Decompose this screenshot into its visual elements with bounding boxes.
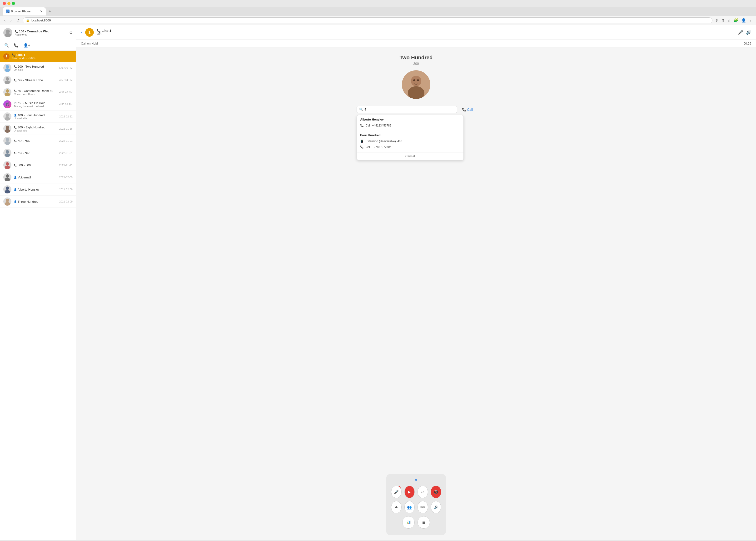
contact-avatar xyxy=(3,88,11,96)
contact-sub: Unavailable xyxy=(14,129,57,132)
minimize-traffic-light[interactable] xyxy=(7,2,10,5)
app-container: 📞 100 - Conrad de Wet Registered ⚙ 🔍 📞 👤… xyxy=(0,25,756,540)
contact-time: 2022-01-01 xyxy=(59,139,73,142)
add-contact-nav-button[interactable]: 👤+ xyxy=(22,42,31,49)
record-button[interactable]: ⏺ xyxy=(391,501,401,513)
address-bar[interactable]: 🔒 localhost:8000 xyxy=(23,17,712,23)
svg-point-7 xyxy=(5,93,10,96)
hold-button[interactable]: ▶ xyxy=(404,486,415,498)
dropdown-option-label: Extension (Unavailable): 400 xyxy=(366,140,402,143)
contact-avatar xyxy=(3,185,11,194)
share-button[interactable]: ⬆ xyxy=(721,18,725,23)
hangup-button[interactable]: 📵 xyxy=(431,486,441,498)
maximize-traffic-light[interactable] xyxy=(12,2,15,5)
dropdown-option-call-alberto[interactable]: 📞 Call: +44123456789 xyxy=(360,123,460,128)
user-avatar xyxy=(3,28,12,37)
active-call-item[interactable]: 1 📞 Line 1 Two Hundred <200> xyxy=(0,51,76,62)
contact-details: 📞 *67 - *67 xyxy=(14,151,57,155)
menu-button[interactable]: ⋮ xyxy=(748,18,753,23)
dialpad-toggle-button[interactable]: ▼ xyxy=(391,478,441,483)
svg-point-23 xyxy=(5,202,10,206)
transfer-search-wrap: 🔍 xyxy=(357,106,457,113)
contact-name: 📞 200 - Two Hundred xyxy=(14,65,57,68)
svg-point-11 xyxy=(5,129,10,133)
contact-avatar xyxy=(3,64,11,72)
svg-point-28 xyxy=(417,79,419,81)
list-item[interactable]: 📞 60 - Conference Room 60 Conference Roo… xyxy=(0,86,76,98)
dropdown-section-alberto: Alberto Hensley 📞 Call: +44123456789 xyxy=(357,115,463,131)
dropdown-option-label: Call: +27837977605 xyxy=(366,145,391,149)
traffic-lights xyxy=(3,2,15,5)
dropdown-cancel-button[interactable]: Cancel xyxy=(357,152,463,160)
caller-number: 200 xyxy=(413,62,419,66)
list-item[interactable]: 📞 800 - Eight Hundred Unavailable 2022-0… xyxy=(0,123,76,135)
profile-button[interactable]: 👤 xyxy=(741,18,746,23)
list-item[interactable]: 📞 *99 - Stream Echo 4:55:34 PM xyxy=(0,74,76,86)
contact-details: 📞 200 - Two Hundred On hold xyxy=(14,65,57,71)
dropdown-option-call-four-hundred[interactable]: 📞 Call: +27837977605 xyxy=(360,144,460,150)
caller-photo xyxy=(402,70,430,99)
contact-time: 2022-02-22 xyxy=(59,115,73,118)
contact-sub: On hold xyxy=(14,68,57,71)
transfer-button[interactable]: ↩ xyxy=(417,486,428,498)
dialpad-row-2: ⏺ 👥 ⌨ 🔊 xyxy=(391,501,441,513)
dropdown-option-extension[interactable]: 📱 Extension (Unavailable): 400 xyxy=(360,138,460,144)
extensions-button[interactable]: 🧩 xyxy=(733,18,739,23)
settings-gear-button[interactable]: ⚙ xyxy=(69,31,73,35)
stats-button[interactable]: 📊 xyxy=(402,516,415,529)
call-transfer-button[interactable]: 📞 📞 Call Call xyxy=(459,106,476,113)
list-item[interactable]: 📞 500 - 500 2021-11-11 xyxy=(0,159,76,171)
bookmark-button[interactable]: ☆ xyxy=(727,18,731,23)
transfer-search-input[interactable] xyxy=(365,108,455,111)
notes-button[interactable]: ☰ xyxy=(417,516,430,529)
nav-bar: ‹ › ↺ 🔒 localhost:8000 🎙 ⬆ ☆ 🧩 👤 ⋮ xyxy=(0,16,756,25)
contact-name: 📞 *67 - *67 xyxy=(14,151,57,155)
dialpad-row-1: 🎤 ▶ ↩ 📵 xyxy=(391,486,441,498)
svg-point-16 xyxy=(6,162,9,166)
mute-button[interactable]: 🎤 xyxy=(391,486,401,498)
contact-avatar-music: 🎵 xyxy=(3,100,11,108)
list-item[interactable]: 👤 Three Hundred 2021-02-09 xyxy=(0,196,76,208)
microphone-button[interactable]: 🎙 xyxy=(714,18,719,23)
line-sub: 200 xyxy=(97,33,735,36)
contact-time: 2021-11-11 xyxy=(59,164,73,167)
transfer-area: 🔍 📞 📞 Call Call Alberto Hensley 📞 xyxy=(357,106,476,113)
forward-button[interactable]: › xyxy=(9,18,13,23)
contact-name: 📞 *66 - *66 xyxy=(14,139,57,143)
active-call-line-label: 📞 Line 1 xyxy=(12,53,73,57)
list-item[interactable]: 🎵 🎵 *65 - Music On Hold Testing the musi… xyxy=(0,98,76,111)
back-button[interactable]: ‹ xyxy=(3,18,7,23)
list-item[interactable]: 👤 Alberto Hensley 2021-02-09 xyxy=(0,184,76,196)
contact-details: 📞 500 - 500 xyxy=(14,164,57,167)
speaker-header-button[interactable]: 🔊 xyxy=(746,30,751,35)
reload-button[interactable]: ↺ xyxy=(15,18,21,23)
browser-tab-active[interactable]: 📞 Browser Phone ✕ xyxy=(3,7,46,15)
line-name: 📞 Line 1 xyxy=(97,29,735,33)
main-panel: ‹ 1 📞 Line 1 200 🎤 🔊 Call on Hold 00:29 … xyxy=(76,25,756,540)
browser-nav-right: 🎙 ⬆ ☆ 🧩 👤 ⋮ xyxy=(714,18,753,23)
back-button[interactable]: ‹ xyxy=(81,30,82,35)
transfer-dropdown: Alberto Hensley 📞 Call: +44123456789 Fou… xyxy=(357,115,464,160)
contact-avatar xyxy=(3,76,11,84)
tab-close-button[interactable]: ✕ xyxy=(40,10,43,13)
list-item[interactable]: 👤 400 - Four Hundred Unavailable 2022-02… xyxy=(0,111,76,123)
tab-bar: 📞 Browser Phone ✕ + xyxy=(0,7,756,16)
new-tab-button[interactable]: + xyxy=(47,9,53,14)
svg-point-8 xyxy=(6,114,9,117)
volume-button[interactable]: 🔊 xyxy=(431,501,441,513)
list-item[interactable]: 📞 200 - Two Hundred On hold 5:00:20 PM xyxy=(0,62,76,74)
conference-button[interactable]: 👥 xyxy=(404,501,415,513)
list-item[interactable]: 📞 *67 - *67 2022-01-01 xyxy=(0,147,76,159)
phone-icon: 📞 xyxy=(97,29,101,33)
close-traffic-light[interactable] xyxy=(3,2,6,5)
search-nav-button[interactable]: 🔍 xyxy=(3,42,10,49)
phone-nav-button[interactable]: 📞 xyxy=(13,42,20,49)
list-item[interactable]: 👤 Voicemail 2021-02-09 xyxy=(0,171,76,184)
dropdown-contact-name: Four Hundred xyxy=(360,133,460,137)
list-item[interactable]: 📞 *66 - *66 2022-01-01 xyxy=(0,135,76,147)
keypad-button[interactable]: ⌨ xyxy=(417,501,428,513)
contact-time: 2021-02-09 xyxy=(59,188,73,191)
caller-name: Two Hundred xyxy=(400,55,433,61)
contact-name: 📞 500 - 500 xyxy=(14,164,57,167)
mute-header-button[interactable]: 🎤 xyxy=(738,30,743,35)
